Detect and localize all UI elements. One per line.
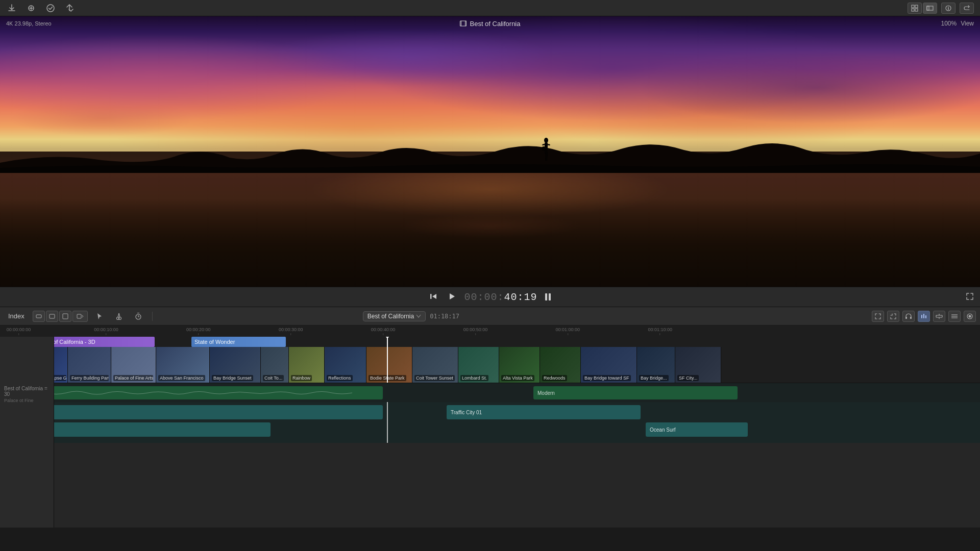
audio-bar-ocean-surf[interactable]: Ocean Surf	[646, 422, 748, 437]
fullscreen-button[interactable]	[966, 292, 974, 302]
clip-coit-tower-sunset[interactable]: Coit Tower Sunset	[412, 347, 458, 383]
svg-point-11	[544, 138, 548, 143]
dropdown-arrow-icon	[416, 314, 421, 318]
clip-bodie-state-park[interactable]: Bodie State Park	[366, 347, 412, 383]
grid-view-button[interactable]	[908, 3, 922, 14]
svg-rect-22	[430, 294, 432, 299]
ruler-marks-container: 00:00:00:00 00:00:10:00 00:00:20:00 00:0…	[4, 325, 976, 337]
ruler-mark-6: 00:01:00:00	[556, 327, 580, 335]
sequence-selector[interactable]: Best of California	[363, 311, 426, 321]
viewer-info-bar: 4K 23.98p, Stereo Best of California 100…	[0, 16, 980, 31]
audio-meter-button[interactable]	[918, 311, 930, 322]
ruler-mark-5: 00:00:50:00	[463, 327, 488, 335]
view-button[interactable]: View	[961, 20, 974, 27]
timeline-center-controls: Best of California 01:18:17	[363, 311, 459, 321]
clip-rainbow[interactable]: Rainbow	[289, 347, 325, 383]
svg-rect-4	[912, 9, 914, 11]
pause-button[interactable]	[544, 292, 553, 302]
playback-controls: 00:00:40:19	[0, 287, 980, 307]
zoom-in-button[interactable]	[887, 311, 899, 322]
headphones-button[interactable]	[902, 311, 915, 322]
svg-rect-38	[936, 315, 942, 317]
svg-point-1	[47, 5, 54, 12]
svg-marker-23	[450, 293, 455, 299]
compound-clip-state-of-wonder[interactable]: State of Wonder	[191, 337, 286, 347]
checkmark-icon[interactable]	[45, 3, 56, 14]
person-silhouette	[541, 137, 551, 168]
filmstrip-view-button[interactable]	[923, 3, 937, 14]
clip-bay-bridge-toward-sf[interactable]: Bay Bridge toward SF	[581, 347, 637, 383]
clip-label-sf-city: SF City...	[677, 375, 699, 381]
audio-track-modern-1: Modern Modern	[0, 383, 980, 402]
skip-back-button[interactable]	[427, 290, 439, 304]
clip-height-button[interactable]	[933, 311, 945, 322]
svg-rect-5	[915, 9, 918, 11]
record-button[interactable]	[964, 311, 976, 322]
clip-sf-city[interactable]: SF City...	[675, 347, 721, 383]
trim-tool[interactable]	[111, 310, 127, 322]
sequence-duration: 01:18:17	[430, 313, 459, 320]
svg-rect-7	[927, 6, 929, 10]
svg-rect-3	[915, 5, 918, 8]
zoom-fit-button[interactable]	[872, 311, 884, 322]
svg-rect-33	[905, 317, 907, 319]
clip-label-bay-bridge-sunset: Bay Bridge Sunset	[212, 375, 253, 381]
svg-line-31	[119, 313, 120, 317]
sidebar-clip-count: Best of California = 30	[4, 386, 50, 397]
boc-label-sidebar: Best of California	[4, 386, 43, 391]
retime-tool[interactable]	[131, 310, 146, 322]
share-button[interactable]	[960, 3, 974, 14]
waveform-dots	[31, 387, 980, 397]
svg-rect-14	[548, 144, 550, 145]
compound-clip-best-of-california[interactable]: Best of California - 3D	[37, 337, 155, 347]
clip-ferry-building[interactable]: Ferry Building Part 2	[68, 347, 111, 383]
ruler-mark-0: 00:00:00:00	[7, 327, 31, 335]
clip-appearance-menu[interactable]	[72, 311, 88, 322]
clip-label-palace-fine-arts: Palace of Fine Arts	[113, 375, 153, 381]
sidebar-panel: Best of California = 30 Palace ot Fine	[0, 337, 54, 528]
toolbar-left	[6, 3, 76, 14]
svg-rect-37	[925, 315, 926, 318]
view-mode-buttons	[908, 3, 937, 14]
import-icon[interactable]	[6, 3, 17, 14]
select-tool[interactable]	[92, 310, 107, 322]
lanes-button[interactable]	[948, 311, 961, 322]
svg-rect-2	[912, 5, 914, 8]
clip-redwoods[interactable]: Redwoods	[540, 347, 581, 383]
viewer-title-area: Best of California	[460, 20, 521, 28]
audio-label-traffic-city: Traffic City 01	[451, 410, 482, 415]
clip-alta-vista-park[interactable]: Alta Vista Park	[499, 347, 540, 383]
svg-rect-6	[927, 6, 933, 10]
clip-appearance-large[interactable]	[59, 311, 71, 322]
audio-bar-city-1[interactable]: City 1	[0, 405, 383, 419]
play-button[interactable]	[446, 290, 458, 304]
clip-label-ferry-building: Ferry Building Part 2	[70, 375, 109, 381]
clip-appearance-medium[interactable]	[46, 311, 58, 322]
primary-video-track: Best of California - 3D State of Wonder …	[0, 337, 980, 383]
clip-above-san-francisco[interactable]: Above San Francisco	[156, 347, 210, 383]
clip-lombard-street[interactable]: Lombard St.	[458, 347, 499, 383]
clip-coit-tower[interactable]: Coit To...	[261, 347, 289, 383]
clip-reflections[interactable]: Reflections	[325, 347, 366, 383]
lower-audio-tracks: City 1 Traffic City 01 City 3 Ocean Surf	[0, 402, 980, 443]
arrow-tool-icon	[96, 313, 103, 320]
transfer-icon[interactable]	[64, 3, 76, 14]
audio-label-ocean-surf: Ocean Surf	[650, 427, 676, 433]
inspector-button[interactable]	[941, 3, 955, 14]
zoom-level[interactable]: 100%	[941, 20, 957, 27]
index-button[interactable]: Index	[4, 310, 29, 322]
clip-appearance-small[interactable]	[33, 311, 45, 322]
film-icon	[460, 20, 467, 27]
clip-palace-fine-arts[interactable]: Palace of Fine Arts	[111, 347, 156, 383]
keyword-icon[interactable]	[26, 3, 37, 14]
clip-bay-bridge-sunset[interactable]: Bay Bridge Sunset	[210, 347, 261, 383]
toolbar-separator	[152, 312, 153, 321]
clip-label-redwoods: Redwoods	[542, 375, 567, 381]
audio-bar-traffic-city[interactable]: Traffic City 01	[447, 405, 641, 419]
compound-clip-sow-label: State of Wonder	[194, 339, 235, 345]
clip-bay-bridge-2[interactable]: Bay Bridge...	[637, 347, 675, 383]
svg-rect-24	[36, 315, 41, 318]
svg-rect-26	[63, 314, 68, 319]
ruler-mark-3: 00:00:30:00	[279, 327, 303, 335]
ruler-mark-2: 00:00:20:00	[186, 327, 211, 335]
